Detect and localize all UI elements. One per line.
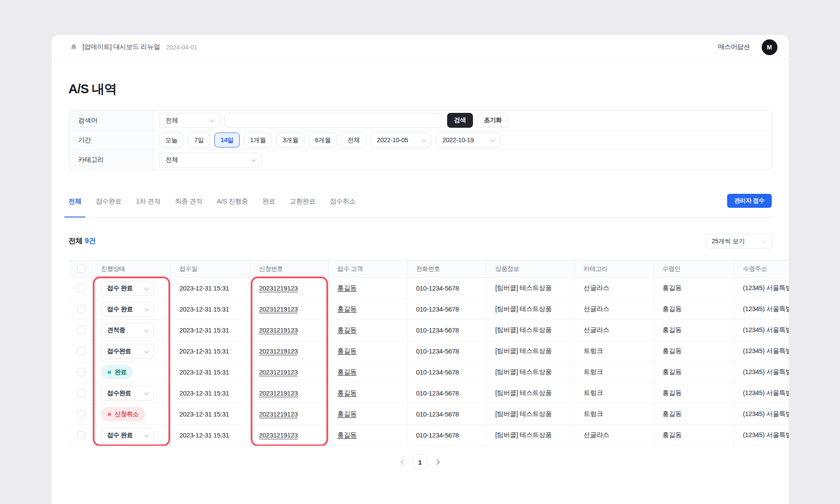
status-dropdown[interactable]: 접수 완료 bbox=[101, 302, 154, 317]
period-button-5[interactable]: 6개월 bbox=[309, 133, 337, 147]
customer-link[interactable]: 홍길동 bbox=[337, 305, 357, 312]
page-title: A/S 내역 bbox=[69, 80, 772, 98]
status-dropdown[interactable]: 접수완료 bbox=[101, 386, 154, 401]
page-number[interactable]: 1 bbox=[413, 455, 428, 470]
row-checkbox[interactable] bbox=[77, 431, 85, 439]
row-checkbox[interactable] bbox=[77, 284, 85, 292]
prev-page-icon[interactable] bbox=[401, 459, 406, 465]
tab-7[interactable]: 접수취소 bbox=[330, 195, 356, 217]
row-checkbox[interactable] bbox=[77, 347, 85, 355]
request-no-link[interactable]: 20231219123 bbox=[259, 431, 298, 439]
column-header-5: 상품정보 bbox=[486, 260, 575, 278]
chevron-down-icon bbox=[144, 348, 149, 353]
status-cell: 신청취소 bbox=[92, 404, 171, 425]
customer-link[interactable]: 홍길동 bbox=[337, 347, 357, 354]
cell-customer: 홍길동 bbox=[329, 320, 407, 341]
cell-phone: 010-1234-5678 bbox=[407, 278, 486, 299]
table-row: 접수완료2023-12-31 15:3120231219123홍길동010-12… bbox=[69, 383, 789, 404]
cell-request-no: 20231219123 bbox=[250, 278, 329, 299]
date-from-select[interactable]: 2022-10-05 bbox=[371, 133, 432, 147]
chevron-down-icon bbox=[210, 117, 214, 122]
next-page-icon[interactable] bbox=[434, 459, 440, 465]
tab-1[interactable]: 접수완료 bbox=[96, 195, 122, 217]
cell-receiver: 홍길동 bbox=[654, 425, 734, 446]
request-no-link[interactable]: 20231219123 bbox=[259, 347, 298, 355]
customer-link[interactable]: 홍길동 bbox=[337, 284, 357, 291]
row-checkbox[interactable] bbox=[77, 410, 85, 418]
cell-request-no: 20231219123 bbox=[250, 362, 329, 383]
row-checkbox[interactable] bbox=[77, 389, 85, 397]
tab-3[interactable]: 최종 견적 bbox=[175, 195, 203, 217]
customer-link[interactable]: 홍길동 bbox=[337, 410, 357, 417]
date-to-select[interactable]: 2022-10-19 bbox=[436, 133, 500, 147]
request-no-link[interactable]: 20231219123 bbox=[259, 326, 298, 334]
status-label: 신청취소 bbox=[115, 410, 139, 418]
admin-receipt-button[interactable]: 관리자 접수 bbox=[727, 194, 771, 208]
period-button-4[interactable]: 3개월 bbox=[276, 133, 304, 147]
period-button-1[interactable]: 7일 bbox=[188, 133, 210, 147]
row-checkbox[interactable] bbox=[77, 326, 85, 334]
select-all-header-cell bbox=[69, 260, 92, 278]
status-dropdown[interactable]: 접수 완료 bbox=[101, 428, 154, 443]
column-header-4: 전화번호 bbox=[407, 260, 486, 278]
summary-row: 전체9건 25개씩 보기 bbox=[69, 234, 772, 248]
table-row: 신청취소2023-12-31 15:3120231219123홍길동010-12… bbox=[69, 404, 789, 425]
row-checkbox[interactable] bbox=[77, 305, 85, 313]
cell-category: 선글라스 bbox=[575, 320, 654, 341]
customer-link[interactable]: 홍길동 bbox=[337, 389, 357, 396]
cell-phone: 010-1234-5678 bbox=[407, 341, 486, 362]
row-select-cell bbox=[69, 320, 92, 341]
status-cell: 견적중 bbox=[92, 320, 171, 341]
period-button-0[interactable]: 오늘 bbox=[159, 133, 184, 147]
request-no-link[interactable]: 20231219123 bbox=[259, 410, 298, 418]
row-select-cell bbox=[69, 299, 92, 320]
period-button-2[interactable]: 14일 bbox=[214, 133, 240, 147]
cell-address: (12345) 서울특별시 bbox=[734, 404, 789, 425]
period-button-3[interactable]: 1개월 bbox=[244, 133, 272, 147]
customer-link[interactable]: 홍길동 bbox=[337, 431, 357, 438]
tab-4[interactable]: A/S 진행중 bbox=[217, 195, 248, 217]
customer-link[interactable]: 홍길동 bbox=[337, 368, 357, 375]
cell-customer: 홍길동 bbox=[329, 278, 407, 299]
request-no-link[interactable]: 20231219123 bbox=[259, 284, 298, 292]
status-dropdown[interactable]: 접수완료 bbox=[101, 344, 154, 359]
row-checkbox[interactable] bbox=[77, 368, 85, 376]
status-cell: 완료 bbox=[92, 362, 171, 383]
cell-date: 2023-12-31 15:31 bbox=[171, 383, 250, 404]
tab-6[interactable]: 교환완료 bbox=[290, 195, 315, 217]
main-card: [업데이트] 대시보드 리뉴얼 2024-04-01 매스어답션 M A/S 내… bbox=[52, 35, 789, 504]
category-select[interactable]: 전체 bbox=[159, 153, 262, 168]
search-button[interactable]: 검색 bbox=[447, 113, 473, 128]
search-label: 검색어 bbox=[69, 111, 154, 130]
chevron-down-icon bbox=[251, 157, 256, 161]
chevron-down-icon bbox=[490, 137, 495, 142]
cell-phone: 010-1234-5678 bbox=[407, 425, 486, 446]
period-button-6[interactable]: 전체 bbox=[341, 133, 366, 147]
search-field-select[interactable]: 전체 bbox=[159, 113, 220, 128]
as-table-wrap: 진행상태접수일신청번호접수 고객전화번호상품정보카테고리수령인수령주소 접수 완… bbox=[69, 260, 789, 446]
avatar[interactable]: M bbox=[762, 39, 777, 55]
cell-product: [팀버클] 테스트상품 bbox=[486, 383, 575, 404]
tab-0[interactable]: 전체 bbox=[69, 195, 81, 217]
request-no-link[interactable]: 20231219123 bbox=[259, 305, 298, 313]
category-label: 카테고리 bbox=[69, 150, 154, 170]
search-input[interactable] bbox=[224, 113, 441, 128]
row-select-cell bbox=[69, 341, 92, 362]
tab-5[interactable]: 완료 bbox=[262, 195, 275, 217]
cell-customer: 홍길동 bbox=[329, 404, 407, 425]
customer-link[interactable]: 홍길동 bbox=[337, 326, 357, 333]
cell-customer: 홍길동 bbox=[329, 299, 407, 320]
select-all-checkbox[interactable] bbox=[77, 265, 85, 273]
notice-text: [업데이트] 대시보드 리뉴얼 bbox=[83, 43, 160, 51]
status-label: 접수완료 bbox=[107, 347, 131, 355]
request-no-link[interactable]: 20231219123 bbox=[259, 389, 298, 397]
reset-button[interactable]: 초기화 bbox=[477, 113, 508, 128]
cell-category: 선글라스 bbox=[575, 299, 654, 320]
status-dropdown[interactable]: 접수 완료 bbox=[101, 281, 154, 296]
page-size-select[interactable]: 25개씩 보기 bbox=[705, 234, 772, 248]
status-dropdown[interactable]: 견적중 bbox=[101, 323, 154, 338]
tab-2[interactable]: 1차 견적 bbox=[136, 195, 161, 217]
status-cell: 접수 완료 bbox=[92, 299, 171, 320]
chevron-down-icon bbox=[421, 137, 426, 142]
request-no-link[interactable]: 20231219123 bbox=[259, 368, 298, 376]
